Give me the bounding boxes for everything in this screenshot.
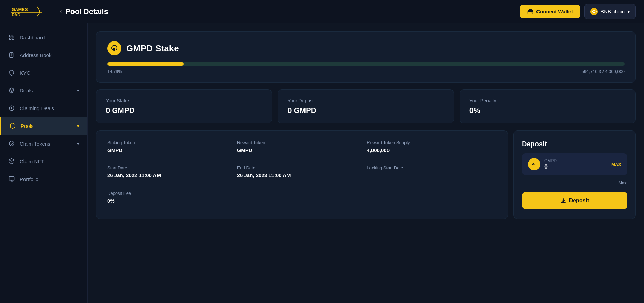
- deals-chevron-icon: ▾: [77, 88, 79, 93]
- end-date-label: End Date: [237, 165, 367, 170]
- stat-value-penalty: 0%: [469, 106, 626, 115]
- sidebar: Dashboard Address Book KYC: [0, 23, 88, 303]
- pool-name: GMPD Stake: [126, 43, 179, 54]
- bnb-icon: [590, 8, 598, 15]
- circle-icon: [8, 105, 15, 112]
- pools-chevron-icon: ▾: [77, 123, 79, 129]
- progress-amount-label: 591,710.3 / 4,000,000: [581, 69, 625, 74]
- header-left: GAMES PAD ‹ Pool Details: [8, 3, 108, 20]
- pool-logo-icon: [110, 44, 119, 53]
- stat-label-stake: Your Stake: [106, 98, 262, 103]
- svg-rect-21: [9, 176, 14, 180]
- svg-text:PAD: PAD: [12, 12, 20, 17]
- reward-supply-value: 4,000,000: [367, 147, 497, 153]
- deposit-fee-label: Deposit Fee: [107, 191, 237, 196]
- pool-info-card: Staking Token GMPD Reward Token GMPD Rew…: [96, 130, 508, 219]
- svg-rect-10: [12, 35, 14, 37]
- header: GAMES PAD ‹ Pool Details Connect Wallet: [0, 0, 644, 23]
- claim-tokens-chevron-icon: ▾: [77, 141, 79, 146]
- sidebar-item-portfolio[interactable]: Portfolio: [0, 170, 87, 188]
- logo: GAMES PAD: [8, 3, 49, 20]
- connect-wallet-button[interactable]: Connect Wallet: [520, 5, 580, 18]
- deposit-amount[interactable]: 0: [544, 163, 607, 170]
- info-end-date: End Date 26 Jan, 2023 11:00 AM: [237, 165, 367, 184]
- progress-labels: 14.79% 591,710.3 / 4,000,000: [107, 69, 625, 74]
- max-value-label: Max:: [522, 181, 627, 185]
- svg-rect-17: [9, 54, 10, 57]
- deposit-button[interactable]: Deposit: [522, 192, 627, 209]
- circle2-icon: [8, 140, 15, 147]
- start-date-value: 26 Jan, 2022 11:00 AM: [107, 172, 237, 178]
- svg-rect-11: [9, 38, 11, 40]
- info-staking-token: Staking Token GMPD: [107, 140, 237, 158]
- stat-label-penalty: Your Penalty: [469, 98, 626, 103]
- stat-value-deposit: 0 GMPD: [287, 106, 444, 115]
- sidebar-label-claiming-deals: Claiming Deals: [20, 105, 54, 111]
- page-title: Pool Details: [65, 7, 108, 16]
- locking-start-label: Locking Start Date: [367, 165, 497, 170]
- info-empty-1: [237, 191, 367, 209]
- deposit-input-container[interactable]: G GMPD 0 MAX: [522, 153, 627, 175]
- box-icon: [9, 122, 16, 129]
- sidebar-item-deals[interactable]: Deals ▾: [0, 82, 87, 99]
- sidebar-label-pools: Pools: [21, 123, 34, 129]
- start-date-label: Start Date: [107, 165, 237, 170]
- svg-point-19: [11, 107, 13, 109]
- wallet-icon: [527, 9, 533, 15]
- layers-icon: [8, 87, 15, 94]
- reward-token-label: Reward Token: [237, 140, 367, 145]
- pool-logo: [107, 41, 121, 55]
- layers2-icon: [8, 158, 15, 165]
- reward-token-value: GMPD: [237, 147, 367, 153]
- main-content: GMPD Stake 14.79% 591,710.3 / 4,000,000 …: [88, 23, 644, 303]
- sidebar-item-kyc[interactable]: KYC: [0, 64, 87, 82]
- end-date-value: 26 Jan, 2023 11:00 AM: [237, 172, 367, 178]
- info-empty-2: [367, 191, 497, 209]
- staking-token-label: Staking Token: [107, 140, 237, 145]
- gmpd-icon: G: [530, 161, 538, 168]
- deposit-title: Deposit: [522, 140, 627, 148]
- header-right: Connect Wallet BNB chain ▾: [520, 4, 636, 19]
- svg-point-20: [9, 141, 14, 146]
- svg-text:G: G: [532, 162, 535, 166]
- sidebar-label-claim-nft: Claim NFT: [20, 158, 44, 164]
- sidebar-item-claiming-deals[interactable]: Claiming Deals: [0, 99, 87, 117]
- svg-rect-9: [9, 35, 11, 37]
- grid-icon: [8, 34, 15, 41]
- deposit-token-icon: G: [528, 158, 540, 170]
- sidebar-item-claim-tokens[interactable]: Claim Tokens ▾: [0, 135, 87, 152]
- sidebar-item-pools[interactable]: Pools ▾: [0, 117, 87, 135]
- info-reward-supply: Reward Token Supply 4,000,000: [367, 140, 497, 158]
- stat-label-deposit: Your Deposit: [287, 98, 444, 103]
- info-start-date: Start Date 26 Jan, 2022 11:00 AM: [107, 165, 237, 184]
- reward-supply-label: Reward Token Supply: [367, 140, 497, 145]
- back-arrow[interactable]: ‹: [60, 8, 62, 15]
- stats-row: Your Stake 0 GMPD Your Deposit 0 GMPD Yo…: [96, 89, 636, 123]
- pool-title-row: GMPD Stake: [107, 41, 625, 55]
- shield-icon: [8, 69, 15, 76]
- sidebar-item-address-book[interactable]: Address Book: [0, 46, 87, 64]
- page-title-area: ‹ Pool Details: [60, 7, 108, 16]
- chain-chevron-icon: ▾: [627, 9, 630, 15]
- max-button[interactable]: MAX: [611, 162, 621, 167]
- sidebar-label-portfolio: Portfolio: [20, 176, 38, 182]
- sidebar-label-kyc: KYC: [20, 70, 30, 76]
- deposit-card: Deposit G GMPD 0 MAX Max:: [513, 130, 636, 219]
- sidebar-label-claim-tokens: Claim Tokens: [20, 141, 50, 147]
- chain-selector-button[interactable]: BNB chain ▾: [584, 4, 636, 19]
- sidebar-item-claim-nft[interactable]: Claim NFT: [0, 152, 87, 170]
- sidebar-label-dashboard: Dashboard: [20, 35, 45, 40]
- progress-percent-label: 14.79%: [107, 69, 122, 74]
- main-layout: Dashboard Address Book KYC: [0, 23, 644, 303]
- info-deposit-fee: Deposit Fee 0%: [107, 191, 237, 209]
- pool-header-card: GMPD Stake 14.79% 591,710.3 / 4,000,000: [96, 31, 636, 83]
- deposit-input-inner: GMPD 0: [544, 158, 607, 170]
- svg-text:GAMES: GAMES: [12, 7, 28, 12]
- info-locking-start: Locking Start Date: [367, 165, 497, 184]
- svg-rect-3: [528, 10, 533, 14]
- book-icon: [8, 52, 15, 58]
- stat-card-your-penalty: Your Penalty 0%: [460, 89, 636, 123]
- stat-card-your-deposit: Your Deposit 0 GMPD: [278, 89, 454, 123]
- progress-bar: [107, 62, 625, 66]
- sidebar-item-dashboard[interactable]: Dashboard: [0, 29, 87, 46]
